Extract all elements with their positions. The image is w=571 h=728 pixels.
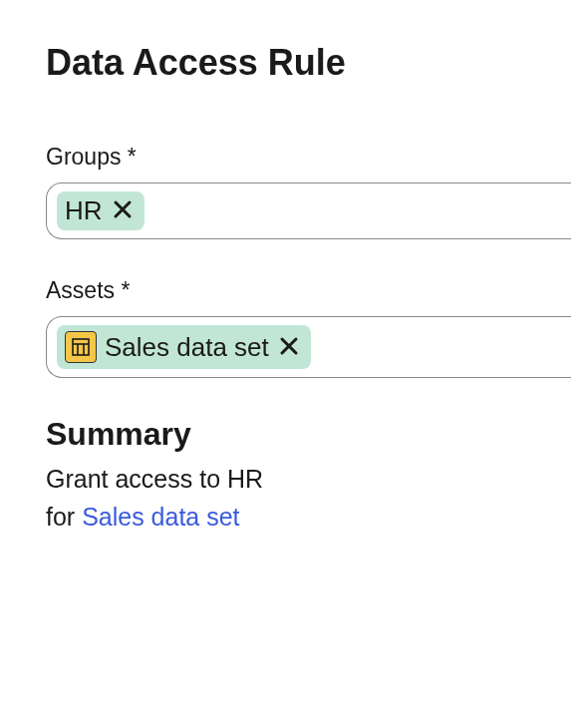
close-icon: [277, 334, 301, 361]
summary-asset-link[interactable]: Sales data set: [82, 503, 239, 531]
assets-input[interactable]: Sales data set: [46, 316, 571, 378]
summary-text: Grant access to HR for Sales data set: [46, 461, 571, 536]
groups-field: Groups * HR: [46, 144, 571, 239]
assets-label: Assets *: [46, 277, 571, 304]
group-chip[interactable]: HR: [57, 191, 144, 230]
svg-rect-2: [73, 339, 89, 355]
groups-label: Groups *: [46, 144, 571, 171]
page-title: Data Access Rule: [46, 42, 571, 84]
groups-input[interactable]: HR: [46, 182, 571, 239]
assets-field: Assets * Sales data set: [46, 277, 571, 378]
asset-chip[interactable]: Sales data set: [57, 325, 311, 369]
summary-heading: Summary: [46, 416, 571, 453]
summary-prefix: Grant access to: [46, 465, 227, 493]
summary-group: HR: [227, 465, 263, 493]
remove-asset-button[interactable]: [277, 334, 301, 361]
remove-group-button[interactable]: [111, 197, 135, 224]
table-icon: [65, 331, 97, 363]
asset-chip-label: Sales data set: [105, 332, 269, 363]
summary-middle: for: [46, 503, 82, 531]
group-chip-label: HR: [65, 195, 103, 226]
close-icon: [111, 197, 135, 224]
